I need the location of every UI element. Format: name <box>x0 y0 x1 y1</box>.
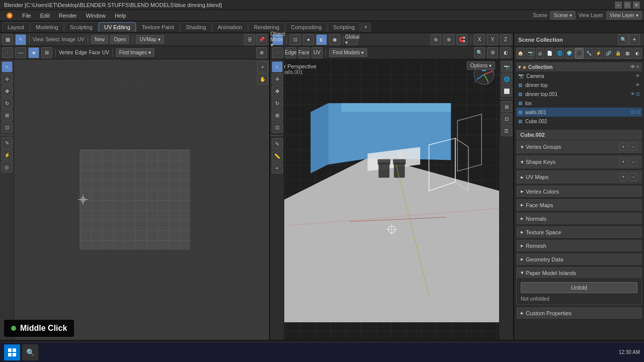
y-axis-btn[interactable]: Y <box>487 34 498 45</box>
sk-add-btn[interactable]: + <box>619 158 627 166</box>
uv-select-tool[interactable]: ↖ <box>2 61 13 72</box>
vc-header[interactable]: ▸ Vertex Colors <box>517 186 641 197</box>
viewport-render-btn[interactable]: 🌐 <box>501 73 512 84</box>
props-scene2-icon[interactable]: 🌐 <box>555 48 564 59</box>
taskbar-search[interactable]: 🔍 <box>22 344 38 360</box>
x-axis-btn[interactable]: X <box>474 34 485 45</box>
uv-face-mode[interactable]: ■ <box>28 47 39 58</box>
start-button[interactable] <box>4 344 20 360</box>
viewport-mode-dropdown[interactable]: Object Mode ▾ <box>272 34 283 45</box>
v-uv-mode[interactable]: UV <box>311 47 323 58</box>
uv-rip-tool[interactable]: ⚡ <box>2 149 13 160</box>
move-tool-3d[interactable]: ✥ <box>272 85 283 97</box>
menu-edit[interactable]: Edit <box>36 12 54 20</box>
tree-item-camera[interactable]: 📷 Camera 👁 <box>516 71 642 80</box>
normals-header[interactable]: ▸ Normals <box>517 213 641 224</box>
uv-island-mode[interactable]: ⊞ <box>41 47 52 58</box>
tab-modeling[interactable]: Modeling <box>30 22 64 32</box>
uv-scale-tool[interactable]: ⊞ <box>2 110 13 121</box>
uv-pin-btn[interactable]: 📌 <box>256 34 267 45</box>
menu-file[interactable]: File <box>18 12 35 20</box>
uv-pan[interactable]: ✋ <box>257 73 268 84</box>
cp-header[interactable]: ▸ Custom Properties <box>517 308 641 318</box>
view-layer-dropdown[interactable]: View Layer ▾ <box>606 11 642 20</box>
uv-canvas[interactable]: ↖ ✛ ✥ ↻ ⊞ ⊡ ✎ ⚡ ◎ 人人素材 RRCG www.rrcg.cn <box>0 59 269 340</box>
uv-zoom-in[interactable]: + <box>257 61 268 72</box>
tab-rendering[interactable]: Rendering <box>248 22 285 32</box>
vg-remove-btn[interactable]: − <box>629 143 637 151</box>
add-workspace-button[interactable]: + <box>361 23 371 32</box>
uv-rotate-tool[interactable]: ↻ <box>2 98 13 109</box>
measure-tool-3d[interactable]: 📏 <box>272 150 283 161</box>
v-edge-mode[interactable]: Edge <box>285 47 296 58</box>
viewport-camera-btn[interactable]: 📷 <box>501 61 512 72</box>
props-particles-icon[interactable]: ⚡ <box>594 48 603 59</box>
tab-scripting[interactable]: Scripting <box>328 22 360 32</box>
uv-transform-tool[interactable]: ⊡ <box>2 122 13 133</box>
tab-compositing[interactable]: Compositing <box>285 22 327 32</box>
select-tool-3d[interactable]: ↖ <box>272 61 283 72</box>
viewport-snap-btn[interactable]: 🧲 <box>456 34 467 45</box>
uvm-remove-btn[interactable]: − <box>629 173 637 181</box>
uv-maps-header[interactable]: ▸ UV Maps + − <box>517 171 641 183</box>
solid-btn[interactable]: ● <box>303 34 314 45</box>
props-physics-icon[interactable]: 🔗 <box>604 48 613 59</box>
viewport-shade-2[interactable]: ◐ <box>500 47 511 58</box>
props-scene-icon[interactable]: 🏠 <box>516 48 525 59</box>
tree-item-dinner-top-001[interactable]: ▦ dinner top.001 👁 ⊡ <box>516 89 642 99</box>
cursor-tool-3d[interactable]: ✛ <box>272 73 283 84</box>
uv-move-tool[interactable]: ✥ <box>2 85 13 97</box>
unfold-button[interactable]: Unfold <box>521 282 637 293</box>
rotate-tool-3d[interactable]: ↻ <box>272 98 283 109</box>
uv-view-controls[interactable]: ⊕ <box>256 47 267 58</box>
tree-item-walls[interactable]: ▦ walls.001 ⊡ ⊡ <box>516 108 642 117</box>
vertex-groups-header[interactable]: ▾ Vertex Groups + − <box>517 141 641 153</box>
menu-help[interactable]: Help <box>111 12 130 20</box>
uv-vertex-mode[interactable]: · <box>2 47 13 58</box>
sk-remove-btn[interactable]: − <box>629 158 637 166</box>
pmi-header[interactable]: ▾ Paper Model Islands <box>517 267 641 278</box>
uv-overlay-btn[interactable]: ☰ <box>244 34 255 45</box>
close-button[interactable]: ✕ <box>633 2 640 9</box>
scale-tool-3d[interactable]: ⊞ <box>272 110 283 121</box>
tab-uv-editing[interactable]: UV Editing <box>99 22 136 32</box>
uvm-add-btn[interactable]: + <box>619 173 627 181</box>
find-images-button[interactable]: Find Images ▾ <box>116 48 154 57</box>
props-filter[interactable]: 🔍 <box>618 34 629 45</box>
vg-add-btn[interactable]: + <box>619 143 627 151</box>
viewport-settings-2[interactable]: ⚙ <box>487 47 498 58</box>
uv-cursor-tool[interactable]: ✛ <box>2 73 13 84</box>
scene-collection-row[interactable]: ▾ ■ Collection 👁 ↖ <box>516 62 642 71</box>
menu-blender[interactable] <box>2 11 17 20</box>
viewport-canvas[interactable]: ↖ ✛ ✥ ↻ ⊞ ⊡ ✎ 📏 + <box>270 59 513 340</box>
tab-texture-paint[interactable]: Texture Paint <box>136 22 180 32</box>
uvmap-dropdown[interactable]: UVMap ▾ <box>136 35 164 44</box>
shape-keys-header[interactable]: ▾ Shape Keys + − <box>517 156 641 168</box>
viewport-bg-btn[interactable]: ⬜ <box>501 85 512 97</box>
remesh-header[interactable]: ▸ Remesh <box>517 240 641 251</box>
material-btn[interactable]: ◐ <box>316 34 327 45</box>
tab-layout[interactable]: Layout <box>2 22 30 32</box>
props-object-icon[interactable]: ⬛ <box>575 48 583 59</box>
tree-item-cube002[interactable]: ▦ Cube.002 <box>516 117 642 126</box>
add-tool-3d[interactable]: + <box>272 162 283 173</box>
props-world-icon[interactable]: 🌍 <box>565 48 574 59</box>
uv-relax-tool[interactable]: ◎ <box>2 161 13 172</box>
wireframe-btn[interactable]: ⊡ <box>290 34 301 45</box>
ts-header[interactable]: ▸ Texture Space <box>517 227 641 237</box>
tab-shading[interactable]: Shading <box>180 22 211 32</box>
uv-edit-mode-btn[interactable]: ✎ <box>15 34 26 45</box>
tab-sculpting[interactable]: Sculpting <box>64 22 98 32</box>
find-models-button[interactable]: Find Models ▾ <box>329 48 367 57</box>
props-view-layer-icon[interactable]: 📄 <box>545 48 554 59</box>
viewport-search[interactable]: 🔍 <box>474 47 485 58</box>
props-add[interactable]: + <box>629 34 640 45</box>
tree-item-lox[interactable]: ▦ lox <box>516 99 642 108</box>
rendered-btn[interactable]: ◉ <box>329 34 340 45</box>
minimize-button[interactable]: ─ <box>615 2 622 9</box>
viewport-overlay-btn[interactable]: ⊛ <box>430 34 441 45</box>
v-vertex-mode[interactable]: · <box>272 47 283 58</box>
viewport-custom-3[interactable]: ☰ <box>501 125 512 136</box>
uv-annotate-tool[interactable]: ✎ <box>2 137 13 148</box>
scene-dropdown[interactable]: Scene ▾ <box>550 11 575 20</box>
